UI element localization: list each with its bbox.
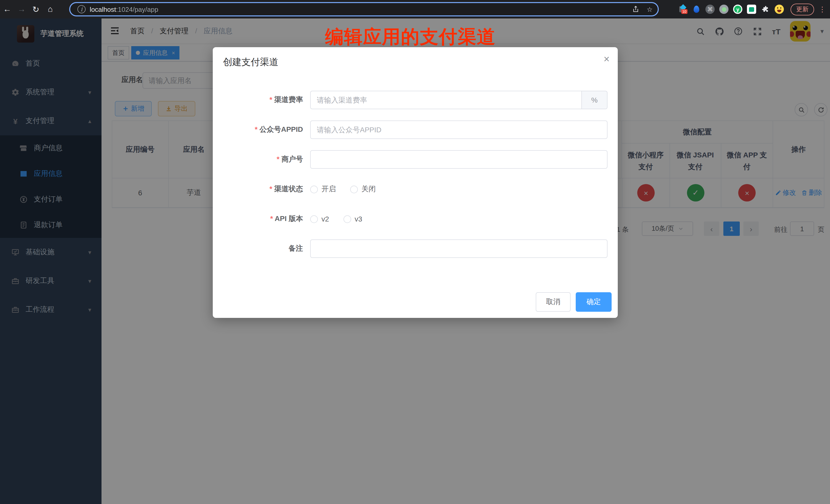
radio-circle-icon (350, 185, 358, 193)
site-info-icon[interactable]: i (77, 5, 86, 13)
confirm-button[interactable]: 确定 (576, 292, 612, 312)
extension-pinned-icon[interactable]: 10 (678, 5, 687, 14)
form-row-remark: 备注 (223, 240, 607, 258)
dialog-close-icon[interactable]: × (604, 53, 610, 65)
url-host: localhost (90, 5, 116, 13)
browser-menu-icon[interactable]: ⋮ (819, 5, 826, 13)
annotation-text: 编辑应用的支付渠道 (325, 25, 496, 50)
radio-circle-icon (310, 215, 318, 223)
rate-suffix: % (582, 91, 607, 109)
remark-label: 备注 (223, 244, 310, 253)
create-pay-channel-dialog: 创建支付渠道 × 渠道费率 % 公众号APPID 商户号 (213, 47, 618, 318)
status-label: 渠道状态 (223, 185, 310, 194)
extensions-puzzle-icon[interactable] (761, 5, 770, 14)
appid-label: 公众号APPID (223, 125, 310, 134)
address-bar[interactable]: i localhost:1024/pay/app ☆ (69, 2, 659, 17)
extension-command-icon[interactable]: ⌘ (705, 5, 715, 14)
status-radio-open[interactable]: 开启 (310, 185, 336, 194)
app-window: 芋道管理系统 首页 系统管理 ▼ ¥ 支付管理 ▲ (0, 19, 830, 504)
cancel-button[interactable]: 取消 (536, 292, 571, 312)
form-row-appid: 公众号APPID (223, 121, 607, 139)
api-radio-v3[interactable]: v3 (344, 215, 362, 223)
browser-update-button[interactable]: 更新 (791, 3, 814, 15)
form-row-api: API 版本 v2 v3 (223, 210, 607, 228)
form-row-rate: 渠道费率 % (223, 91, 607, 109)
browser-back-icon[interactable]: ← (0, 5, 14, 14)
share-icon[interactable] (632, 6, 640, 13)
api-radio-v2[interactable]: v2 (310, 215, 329, 223)
extension-balloon-icon[interactable] (692, 5, 701, 14)
merchant-input[interactable] (310, 150, 607, 169)
form-row-status: 渠道状态 开启 关闭 (223, 180, 607, 198)
browser-chrome: ← → ↻ ⌂ i localhost:1024/pay/app ☆ 10 ⌘ … (0, 0, 830, 19)
dialog-footer: 取消 确定 (536, 292, 612, 318)
radio-circle-icon (344, 215, 351, 223)
browser-extensions: 10 ⌘ y 更新 ⋮ (678, 0, 826, 19)
extension-y-icon[interactable]: y (733, 5, 742, 14)
status-radio-closed[interactable]: 关闭 (350, 185, 376, 194)
extension-dot-icon[interactable] (719, 5, 729, 14)
screen: ← → ↻ ⌂ i localhost:1024/pay/app ☆ 10 ⌘ … (0, 0, 830, 504)
browser-forward-icon[interactable]: → (14, 5, 29, 14)
url-text[interactable]: localhost:1024/pay/app (90, 5, 625, 13)
radio-label: v3 (355, 215, 362, 223)
radio-label: 开启 (321, 185, 336, 194)
browser-reload-icon[interactable]: ↻ (29, 4, 43, 14)
url-path: :1024/pay/app (116, 5, 158, 13)
rate-input[interactable] (310, 91, 582, 109)
merchant-label: 商户号 (223, 155, 310, 164)
radio-label: v2 (321, 215, 329, 223)
rate-label: 渠道费率 (223, 95, 310, 104)
extension-chat-icon[interactable] (747, 5, 756, 14)
radio-circle-icon (310, 185, 318, 193)
profile-emoji-icon[interactable] (775, 5, 784, 14)
api-label: API 版本 (223, 214, 310, 224)
remark-input[interactable] (310, 240, 607, 258)
browser-home-icon[interactable]: ⌂ (43, 5, 57, 14)
dialog-title: 创建支付渠道 (223, 56, 278, 68)
bookmark-star-icon[interactable]: ☆ (647, 5, 652, 13)
radio-label: 关闭 (361, 185, 376, 194)
extension-badge: 10 (681, 9, 688, 14)
appid-input[interactable] (310, 121, 607, 139)
form-row-merchant: 商户号 (223, 150, 607, 169)
